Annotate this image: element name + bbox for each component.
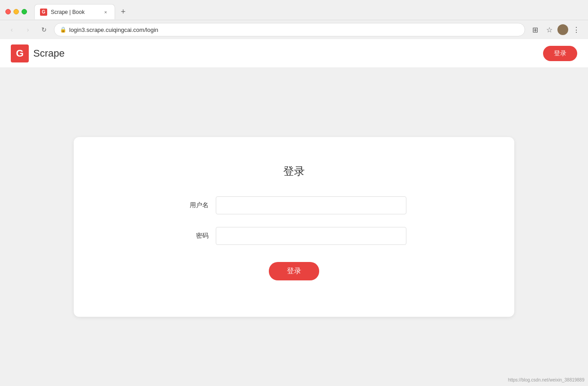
app-header: G Scrape 登录 (0, 39, 588, 68)
browser-chrome: G Scrape | Book × + ‹ › ↻ 🔒 login3.scrap… (0, 0, 588, 39)
tab-close-button[interactable]: × (102, 9, 109, 16)
maximize-window-button[interactable] (22, 9, 27, 14)
username-form-group: 用户名 (182, 196, 406, 214)
close-window-button[interactable] (5, 9, 11, 14)
menu-button[interactable]: ⋮ (570, 23, 583, 36)
minimize-window-button[interactable] (13, 9, 19, 14)
forward-button[interactable]: › (22, 23, 34, 36)
browser-tab-active[interactable]: G Scrape | Book × (34, 4, 115, 19)
username-input[interactable] (216, 196, 406, 214)
logo-text: Scrape (33, 48, 65, 59)
username-label: 用户名 (182, 201, 209, 209)
new-tab-button[interactable]: + (117, 5, 129, 18)
watermark: https://blog.csdn.net/weixin_38819889 (508, 377, 584, 382)
login-card: 登录 用户名 密码 登录 (74, 137, 514, 317)
login-title: 登录 (283, 164, 305, 178)
tab-favicon: G (40, 9, 47, 16)
traffic-lights (5, 9, 27, 14)
lock-icon: 🔒 (60, 27, 67, 33)
login-submit-button[interactable]: 登录 (269, 262, 319, 280)
header-login-button[interactable]: 登录 (543, 46, 577, 61)
title-bar: G Scrape | Book × + (0, 0, 588, 20)
page-content: G Scrape 登录 登录 用户名 密码 登录 (0, 39, 588, 386)
password-input[interactable] (216, 227, 406, 245)
back-button[interactable]: ‹ (5, 23, 18, 36)
translate-button[interactable]: ⊞ (529, 23, 541, 36)
main-area: 登录 用户名 密码 登录 (0, 68, 588, 386)
tab-title: Scrape | Book (51, 9, 98, 15)
refresh-button[interactable]: ↻ (38, 23, 50, 36)
tabs-area: G Scrape | Book × + (34, 4, 583, 19)
profile-icon[interactable] (557, 24, 568, 35)
bookmark-button[interactable]: ☆ (543, 23, 556, 36)
logo-area: G Scrape (11, 44, 65, 62)
address-bar: ‹ › ↻ 🔒 login3.scrape.cuiqingcai.com/log… (0, 20, 588, 39)
toolbar-right: ⊞ ☆ ⋮ (529, 23, 583, 36)
address-bar-input-wrapper: 🔒 login3.scrape.cuiqingcai.com/login (54, 23, 525, 36)
address-url[interactable]: login3.scrape.cuiqingcai.com/login (69, 27, 519, 33)
password-form-group: 密码 (182, 227, 406, 245)
password-label: 密码 (182, 232, 209, 240)
logo-icon: G (11, 44, 29, 62)
